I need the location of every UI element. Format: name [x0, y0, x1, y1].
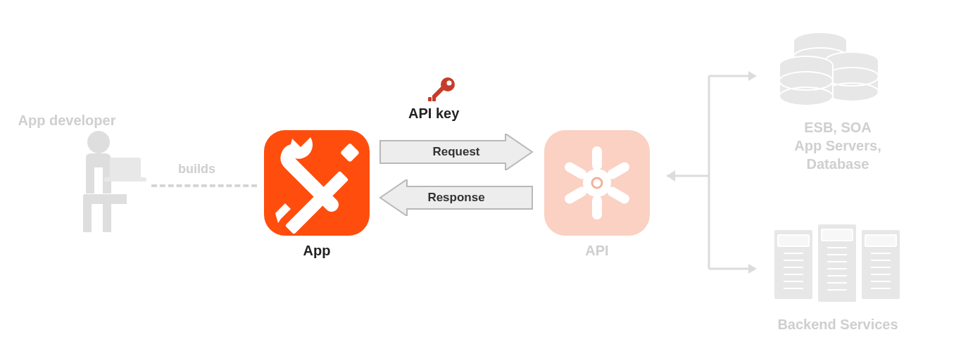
builds-connector	[151, 184, 257, 187]
svg-marker-25	[667, 170, 675, 182]
request-arrow: Request	[379, 134, 534, 170]
tools-icon	[264, 130, 370, 236]
servers-icon	[771, 224, 905, 308]
apikey-label: API key	[408, 106, 459, 122]
svg-point-19	[583, 169, 611, 197]
app-label: App	[264, 243, 370, 259]
request-label: Request	[432, 145, 479, 159]
developer-figure	[42, 127, 155, 242]
database-icon	[778, 32, 884, 106]
backend-middle-text: ESB, SOA App Servers, Database	[764, 118, 912, 173]
api-tile	[544, 130, 650, 236]
backend-services-label: Backend Services	[757, 317, 919, 333]
svg-rect-16	[592, 196, 602, 220]
svg-rect-13	[592, 146, 602, 170]
svg-rect-1	[110, 158, 141, 179]
builds-label: builds	[178, 162, 215, 177]
app-tile	[264, 130, 370, 236]
svg-rect-9	[432, 96, 436, 101]
developer-icon	[42, 127, 155, 239]
svg-marker-26	[748, 71, 757, 81]
response-label: Response	[427, 191, 484, 205]
svg-point-0	[87, 131, 110, 153]
response-arrow: Response	[379, 179, 534, 216]
svg-rect-47	[822, 229, 853, 241]
api-label: API	[544, 243, 650, 259]
svg-rect-2	[104, 177, 146, 182]
svg-rect-10	[428, 97, 432, 101]
developer-label: App developer	[0, 113, 137, 129]
svg-rect-38	[778, 235, 809, 246]
svg-point-7	[447, 81, 452, 86]
svg-marker-27	[748, 264, 757, 274]
svg-marker-4	[275, 203, 291, 223]
api-backend-connector	[667, 63, 758, 274]
svg-rect-57	[865, 235, 896, 246]
key-icon	[428, 76, 456, 104]
svg-rect-5	[340, 143, 360, 163]
api-hub-icon	[555, 141, 639, 225]
